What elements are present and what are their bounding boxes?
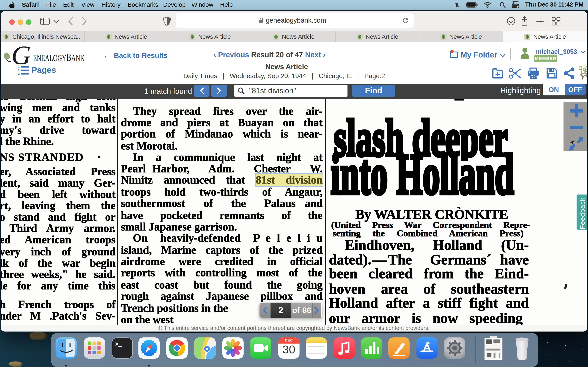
svg-text:3: 3	[18, 72, 20, 75]
svg-text:1: 1	[18, 65, 20, 68]
svg-text:2: 2	[18, 68, 20, 72]
